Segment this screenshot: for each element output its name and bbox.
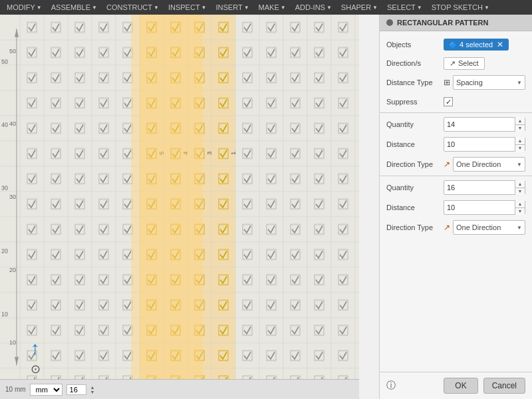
bottom-bar: 10 mm mm in ▲ ▼ <box>0 379 359 399</box>
control-direction-type1: ↗ One Direction ▼ <box>444 157 525 172</box>
menu-construct[interactable]: CONSTRUCT ▼ <box>102 2 163 13</box>
label-distance-type: Distance Type <box>386 78 440 86</box>
direction-type1-dropdown[interactable]: One Direction ▼ <box>453 157 525 172</box>
label-direction-type2: Direction Type <box>386 223 440 231</box>
up-arrow-icon: ↑ <box>31 338 40 359</box>
quantity2-input[interactable] <box>444 184 515 192</box>
menu-make[interactable]: MAKE ▼ <box>255 2 290 13</box>
canvas-area[interactable]: 50 40 30 20 10 ↑ ⊙ 10 mm mm in ▲ ▼ <box>0 15 379 399</box>
ok-button[interactable]: OK <box>444 378 477 394</box>
distance1-input-wrap: ▲ ▼ <box>444 137 525 152</box>
row-quantity1: Quantity ▲ ▼ <box>380 114 532 134</box>
spin-up-bottom[interactable]: ▲ <box>90 385 95 390</box>
menu-stop-sketch[interactable]: STOP SKETCH ▼ <box>428 2 493 13</box>
quantity1-spin-down[interactable]: ▼ <box>515 125 525 132</box>
main-area: 50 40 30 20 10 ↑ ⊙ 10 mm mm in ▲ ▼ <box>0 15 532 399</box>
menu-shaper[interactable]: SHAPER ▼ <box>337 2 382 13</box>
menu-insert[interactable]: INSERT ▼ <box>212 2 253 13</box>
label-distance1: Distance <box>386 140 440 148</box>
separator-2 <box>380 176 532 176</box>
distance1-spin-down[interactable]: ▼ <box>515 145 525 152</box>
separator-1 <box>380 112 532 113</box>
info-icon: ⓘ <box>386 380 438 392</box>
distance1-input[interactable] <box>444 140 515 148</box>
menu-insert-arrow: ▼ <box>244 5 249 11</box>
menu-addins[interactable]: ADD-INS ▼ <box>291 2 336 13</box>
grid-label-10: 10 <box>9 339 16 346</box>
grid-labels: 50 40 30 20 10 <box>9 15 16 379</box>
quantity1-input[interactable] <box>444 120 515 128</box>
direction-type2-dropdown[interactable]: One Direction ▼ <box>453 220 525 235</box>
distance-type-arrow: ▼ <box>517 80 522 86</box>
row-distance1: Distance ▲ ▼ <box>380 134 532 154</box>
menu-modify[interactable]: MODIFY ▼ <box>3 2 46 13</box>
distance2-input[interactable] <box>444 203 515 211</box>
control-objects: 🔷 4 selected ✕ <box>444 39 525 51</box>
row-objects: Objects 🔷 4 selected ✕ <box>380 35 532 54</box>
menu-inspect[interactable]: INSPECT ▼ <box>164 2 211 13</box>
label-objects: Objects <box>386 41 440 49</box>
panel-body: Objects 🔷 4 selected ✕ Direction/s ↗ Sel… <box>380 31 532 372</box>
label-quantity1: Quantity <box>386 120 440 128</box>
quantity2-spin-up[interactable]: ▲ <box>515 180 525 188</box>
tool-icon: ⊙ <box>31 362 41 376</box>
control-distance-type: ⊞ Spacing ▼ <box>444 75 525 90</box>
direction-type2-arrow: ▼ <box>517 225 522 231</box>
side-panel: RECTANGULAR PATTERN Objects 🔷 4 selected… <box>379 15 532 399</box>
panel-footer: ⓘ OK Cancel <box>380 372 532 399</box>
highlight-col-1 <box>131 15 155 379</box>
row-direction-type1: Direction Type ↗ One Direction ▼ <box>380 154 532 174</box>
selected-badge[interactable]: 🔷 4 selected ✕ <box>444 39 509 51</box>
distance-type-icon: ⊞ <box>444 78 450 87</box>
badge-close-icon[interactable]: ✕ <box>497 40 503 49</box>
highlight-col-2 <box>155 15 179 379</box>
badge-text: 4 selected <box>460 41 493 49</box>
row-quantity2: Quantity ▲ ▼ <box>380 178 532 198</box>
row-distance-type: Distance Type ⊞ Spacing ▼ <box>380 72 532 92</box>
distance2-spin-up[interactable]: ▲ <box>515 200 525 208</box>
unit-dropdown[interactable]: mm in <box>30 384 63 396</box>
menu-select[interactable]: SELECT ▼ <box>383 2 426 13</box>
direction-type2-value: One Direction <box>456 223 517 231</box>
distance2-spinners: ▲ ▼ <box>515 200 525 215</box>
panel-title: RECTANGULAR PATTERN <box>397 19 489 27</box>
menu-addins-arrow: ▼ <box>327 5 332 11</box>
label-quantity2: Quantity <box>386 184 440 192</box>
label-direction-type1: Direction Type <box>386 160 440 168</box>
quantity2-spin-down[interactable]: ▼ <box>515 188 525 196</box>
quantity1-spin-up[interactable]: ▲ <box>515 117 525 125</box>
distance-type-value: Spacing <box>456 78 517 86</box>
dir-type2-icon: ↗ <box>444 223 450 232</box>
grid-label-50: 50 <box>9 48 16 55</box>
quantity1-spinners: ▲ ▼ <box>515 117 525 132</box>
menu-assemble[interactable]: ASSEMBLE ▼ <box>47 2 101 13</box>
control-direction-type2: ↗ One Direction ▼ <box>444 220 525 235</box>
menu-assemble-arrow: ▼ <box>92 5 97 11</box>
distance-type-dropdown[interactable]: Spacing ▼ <box>453 75 525 90</box>
row-suppress: Suppress <box>380 92 532 111</box>
grid-label-30: 30 <box>9 194 16 200</box>
label-suppress: Suppress <box>386 98 440 106</box>
suppress-checkbox[interactable] <box>444 97 453 106</box>
cancel-button[interactable]: Cancel <box>483 378 525 394</box>
highlight-col-3 <box>179 15 203 379</box>
distance1-spin-up[interactable]: ▲ <box>515 137 525 145</box>
quantity-spinners-bottom: ▲ ▼ <box>90 385 95 394</box>
row-directions: Direction/s ↗ Select <box>380 54 532 72</box>
select-direction-button[interactable]: ↗ Select <box>444 57 485 70</box>
quantity1-input-wrap: ▲ ▼ <box>444 117 525 132</box>
select-direction-icon: ↗ <box>450 59 456 68</box>
menu-make-arrow: ▼ <box>281 5 286 11</box>
menu-construct-arrow: ▼ <box>154 5 159 11</box>
control-distance1: ▲ ▼ <box>444 137 525 152</box>
distance2-spin-down[interactable]: ▼ <box>515 208 525 215</box>
dir-type1-icon: ↗ <box>444 160 450 169</box>
spin-down-bottom[interactable]: ▼ <box>90 390 95 394</box>
direction-type1-arrow: ▼ <box>517 162 522 168</box>
panel-dot-icon <box>386 19 393 26</box>
quantity-input-bottom[interactable] <box>66 384 86 395</box>
label-distance2: Distance <box>386 203 440 211</box>
grid-label-40: 40 <box>9 120 16 127</box>
label-directions: Direction/s <box>386 59 440 67</box>
control-directions: ↗ Select <box>444 57 525 70</box>
